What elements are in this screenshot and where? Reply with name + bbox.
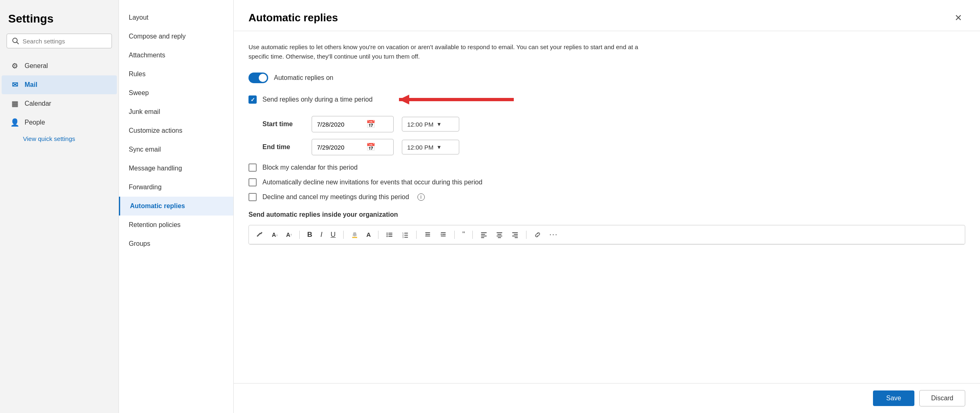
toolbar-bold[interactable]: B	[305, 229, 315, 241]
end-time-select[interactable]: 12:00 PM ▾	[402, 140, 459, 154]
svg-rect-17	[425, 232, 430, 233]
middle-item-rules[interactable]: Rules	[119, 65, 233, 84]
middle-item-customize[interactable]: Customize actions	[119, 121, 233, 140]
end-time-chevron: ▾	[438, 143, 441, 151]
svg-rect-27	[481, 236, 487, 236]
svg-rect-23	[441, 236, 446, 236]
toolbar-divider-4	[416, 231, 417, 239]
start-calendar-icon[interactable]: 📅	[366, 120, 375, 129]
toolbar-bullets[interactable]	[383, 229, 396, 240]
send-replies-row: Send replies only during a time period	[248, 91, 965, 108]
search-input[interactable]	[23, 38, 107, 45]
svg-text:3.: 3.	[402, 236, 404, 238]
middle-item-groups[interactable]: Groups	[119, 234, 233, 253]
sidebar-item-mail[interactable]: ✉ Mail	[2, 75, 117, 94]
dialog-description: Use automatic replies to let others know…	[248, 43, 650, 61]
toolbar-align-right[interactable]	[509, 229, 521, 240]
middle-item-compose[interactable]: Compose and reply	[119, 27, 233, 46]
end-time-value: 12:00 PM	[407, 144, 433, 151]
block-calendar-checkbox[interactable]	[248, 163, 257, 172]
time-period-section: Start time 📅 12:00 PM ▾ End time	[262, 116, 965, 155]
middle-item-layout[interactable]: Layout	[119, 8, 233, 27]
decline-meetings-checkbox[interactable]	[248, 193, 257, 201]
dialog-body: Use automatic replies to let others know…	[234, 31, 980, 383]
discard-button[interactable]: Discard	[919, 390, 965, 406]
sidebar-item-people[interactable]: 👤 People	[2, 113, 117, 132]
decline-invitations-row: Automatically decline new invitations fo…	[248, 178, 965, 186]
toolbar-font-color[interactable]: A	[364, 229, 374, 240]
svg-rect-29	[497, 232, 502, 233]
send-replies-label: Send replies only during a time period	[262, 96, 373, 103]
end-date-field[interactable]	[317, 144, 362, 151]
svg-rect-18	[426, 234, 430, 235]
svg-rect-33	[512, 232, 518, 233]
end-time-label: End time	[262, 143, 303, 151]
dialog-footer: Save Discard	[234, 383, 980, 413]
toggle-row: Automatic replies on	[248, 73, 965, 83]
toolbar-link[interactable]	[531, 229, 544, 240]
start-date-field[interactable]	[317, 121, 362, 128]
send-replies-checkbox[interactable]	[248, 95, 257, 104]
toggle-label: Automatic replies on	[274, 74, 333, 82]
end-calendar-icon[interactable]: 📅	[366, 143, 375, 152]
toolbar-divider-2	[343, 231, 344, 239]
start-date-input[interactable]: 📅	[312, 116, 394, 132]
toolbar-more-options[interactable]: ···	[547, 229, 561, 241]
toolbar-highlight[interactable]	[349, 229, 361, 240]
toolbar-decrease-indent[interactable]	[422, 229, 434, 240]
svg-point-5	[387, 232, 388, 234]
editor-area: A↓ A↑ B I U A 1.2.3.	[248, 225, 965, 245]
middle-item-junk[interactable]: Junk email	[119, 102, 233, 121]
middle-item-message-handling[interactable]: Message handling	[119, 159, 233, 178]
middle-item-sweep[interactable]: Sweep	[119, 84, 233, 102]
decline-meetings-label: Decline and cancel my meetings during th…	[262, 193, 409, 201]
toolbar-divider-6	[472, 231, 473, 239]
search-icon	[12, 37, 19, 45]
svg-line-1	[17, 42, 19, 44]
middle-item-sync[interactable]: Sync email	[119, 140, 233, 159]
toolbar-numbering[interactable]: 1.2.3.	[399, 229, 411, 240]
toolbar-increase-indent[interactable]	[437, 229, 449, 240]
toolbar-italic[interactable]: I	[318, 229, 325, 241]
sidebar-item-label-general: General	[25, 62, 48, 70]
save-button[interactable]: Save	[873, 390, 914, 406]
toolbar-font-size-increase[interactable]: A↑	[284, 230, 295, 240]
toolbar-align-center[interactable]	[493, 229, 506, 240]
start-time-label: Start time	[262, 120, 303, 128]
middle-item-attachments[interactable]: Attachments	[119, 46, 233, 65]
decline-meetings-row: Decline and cancel my meetings during th…	[248, 193, 965, 201]
sidebar-item-general[interactable]: ⚙ General	[2, 57, 117, 75]
toolbar-eraser[interactable]	[254, 229, 266, 240]
extra-checkboxes: Block my calendar for this period Automa…	[248, 163, 965, 201]
view-quick-settings-link[interactable]: View quick settings	[0, 132, 119, 145]
info-icon[interactable]: i	[417, 193, 425, 201]
toolbar-font-size-decrease[interactable]: A↓	[269, 230, 280, 240]
decline-invitations-checkbox[interactable]	[248, 178, 257, 186]
end-time-row: End time 📅 12:00 PM ▾	[262, 139, 965, 155]
middle-item-automatic-replies[interactable]: Automatic replies	[119, 197, 233, 216]
svg-rect-14	[404, 235, 408, 236]
svg-rect-25	[481, 232, 487, 233]
toolbar-divider-3	[378, 231, 378, 239]
toolbar-underline[interactable]: U	[328, 229, 338, 241]
svg-rect-4	[352, 237, 357, 238]
toolbar-quote[interactable]: "	[460, 229, 467, 241]
decline-invitations-label: Automatically decline new invitations fo…	[262, 179, 482, 186]
sidebar-item-calendar[interactable]: ▦ Calendar	[2, 94, 117, 113]
svg-rect-21	[441, 232, 446, 233]
automatic-replies-toggle[interactable]	[248, 73, 268, 83]
main-content: Automatic replies ✕ Use automatic replie…	[234, 0, 980, 413]
start-time-select[interactable]: 12:00 PM ▾	[402, 117, 459, 132]
toolbar-align-left[interactable]	[478, 229, 490, 240]
middle-item-forwarding[interactable]: Forwarding	[119, 178, 233, 197]
mail-icon: ✉	[10, 80, 20, 89]
sidebar-item-label-calendar: Calendar	[25, 100, 51, 107]
middle-item-retention[interactable]: Retention policies	[119, 216, 233, 234]
close-button[interactable]: ✕	[951, 12, 965, 24]
svg-marker-24	[441, 234, 442, 235]
search-box[interactable]	[7, 34, 112, 48]
svg-rect-26	[481, 234, 485, 235]
end-date-input[interactable]: 📅	[312, 139, 394, 155]
people-icon: 👤	[10, 118, 20, 127]
sidebar-item-label-mail: Mail	[25, 81, 37, 88]
